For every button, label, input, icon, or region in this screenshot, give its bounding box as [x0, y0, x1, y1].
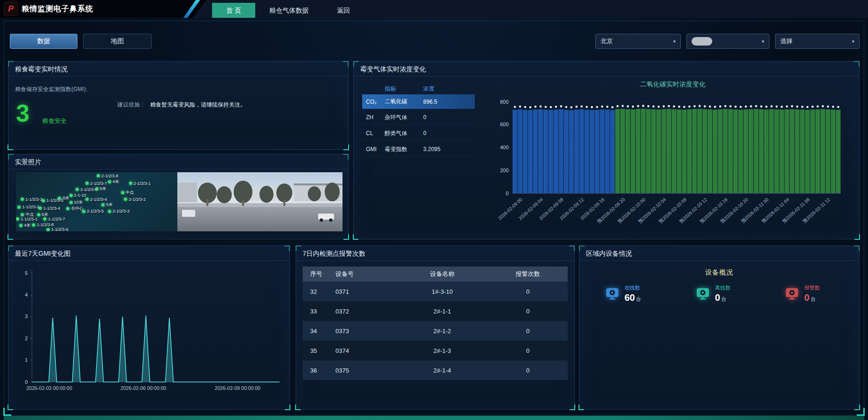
map-node[interactable]: 5米 — [101, 202, 113, 208]
map-node-dot — [85, 182, 89, 185]
map-node-dot — [21, 213, 24, 216]
map-node[interactable]: 2-1-10 — [69, 193, 86, 198]
stat-online: 在线数 60台 — [604, 284, 641, 303]
map-node[interactable]: 2-1/2/3-3 — [108, 209, 129, 214]
gmi-index-label: 粮食储存安全监测指数(GMI): — [15, 85, 95, 93]
city-select[interactable]: 北京 ▾ — [595, 34, 681, 49]
table-cell: 0374 — [335, 347, 396, 354]
map-node[interactable]: 10米 — [69, 199, 83, 206]
stat-label: 在线数 — [624, 284, 641, 291]
top-header: P 粮情监测电子鼻系统 首 页 粮仓气体数据 返回 — [0, 0, 868, 18]
svg-text:2026-02-06 00:00:00: 2026-02-06 00:00:00 — [121, 385, 167, 391]
map-node[interactable]: 2-1/2/3-4 — [85, 197, 107, 202]
map-node[interactable]: 1-1/2/3-6 — [46, 227, 68, 231]
table-cell: 0 — [488, 288, 568, 295]
stat-unit: 台 — [721, 296, 726, 302]
svg-text:1: 1 — [25, 357, 28, 363]
panel-title: 实景照片 — [8, 154, 348, 169]
table-cell: 2#-1-2 — [396, 328, 488, 335]
map-node[interactable]: 2-1/2/3-5 — [82, 209, 104, 214]
map-node[interactable]: 1-1/2/3-2 — [17, 205, 39, 209]
panel-title: 粮食霉变实时情况 — [8, 61, 348, 76]
tab-granary-gas-data[interactable]: 粮仓气体数据 — [255, 3, 323, 18]
panel-title: 霉变气体实时浓度变化 — [354, 61, 859, 76]
map-node[interactable]: 1-1/2/3-8 — [32, 222, 53, 227]
alarm-device-icon — [784, 285, 800, 302]
panel-title: 区域内设备情况 — [579, 246, 859, 261]
device-stats-row: 在线数 60台 离线数 0台 — [579, 284, 859, 303]
stat-offline: 离线数 0台 — [694, 284, 731, 303]
header-device-name: 设备名称 — [396, 270, 488, 278]
svg-text:3: 3 — [25, 313, 28, 319]
panel-alarm-table: 7日内检测点报警次数 序号 设备号 设备名称 报警次数 32 0371 1#-3… — [296, 245, 575, 410]
map-node-label: 仓中心 — [71, 206, 84, 212]
map-node[interactable]: 中点 — [121, 190, 134, 196]
table-row: 32 0371 1#-3-10 0 — [303, 282, 568, 301]
map-button[interactable]: 地图 — [83, 34, 152, 49]
map-node[interactable]: 1-1/2/3-4 — [38, 206, 60, 211]
map-node[interactable]: 1-1/2/3-5 — [42, 198, 63, 203]
map-node[interactable]: 2-1/2/3-7 — [85, 181, 107, 186]
panel-gmi-7day-chart: 最近7天GMI变化图 0123452026-02-03 00:00:002026… — [8, 245, 290, 410]
map-node-dot — [46, 228, 50, 231]
city-select-value: 北京 — [601, 37, 613, 46]
map-node[interactable]: 4米 — [19, 222, 30, 229]
panel-gas-concentration: 霉变气体实时浓度变化 指标 浓度 CO₂ 二氧化碳 896.5 ZH 杂环气体 … — [353, 61, 860, 239]
data-button[interactable]: 数据 — [10, 34, 77, 49]
svg-text:2026-02-03 00:00:00: 2026-02-03 00:00:00 — [26, 385, 72, 391]
svg-text:400: 400 — [500, 145, 509, 150]
map-node-label: 1-1/2/3-2 — [22, 205, 39, 209]
map-node-label: 1-1/2/3-1 — [21, 217, 38, 221]
map-node-label: 1-1/2/3-5 — [46, 198, 63, 203]
map-node-dot — [66, 207, 69, 210]
table-cell: 36 — [303, 367, 335, 374]
map-node[interactable]: 2-1/2/3-2 — [124, 197, 145, 202]
map-node[interactable]: 1-1/2/3-1 — [16, 217, 38, 221]
map-node[interactable]: 2-1/2/3-6 — [76, 187, 97, 192]
chevron-down-icon: ▾ — [852, 38, 854, 45]
panel-title: 7日内检测点报警次数 — [296, 246, 574, 261]
map-node[interactable]: 1-1/2/3-3 — [21, 197, 42, 202]
warehouse-select[interactable]: ▾ — [686, 34, 769, 49]
gas-metric-row-gmi[interactable]: GMI 霉变指数 3.2095 — [362, 142, 475, 157]
svg-text:4: 4 — [25, 292, 28, 298]
app-root: P 粮情监测电子鼻系统 首 页 粮仓气体数据 返回 数据 地图 北京 ▾ ▾ 选… — [0, 0, 868, 420]
map-node[interactable]: 4米 — [108, 179, 119, 185]
map-node-dot — [43, 217, 46, 221]
logo-glyph: P — [8, 4, 14, 14]
map-node[interactable]: 2-1/2/3-1 — [129, 181, 151, 186]
map-node[interactable]: 1-1/2/3-7 — [43, 217, 65, 221]
gas-metric-row-co2[interactable]: CO₂ 二氧化碳 896.5 — [362, 94, 475, 109]
map-node-dot — [101, 203, 105, 206]
gas-metric-row-zh[interactable]: ZH 杂环气体 0 — [362, 110, 475, 125]
map-node[interactable]: 仓中心 — [66, 206, 84, 212]
metric-value: 0 — [423, 130, 456, 137]
table-cell: 2#-1-3 — [396, 347, 488, 354]
gas-metric-row-cl[interactable]: CL 醇类气体 0 — [362, 126, 475, 141]
map-node-label: 10米 — [74, 199, 83, 206]
panel-title: 最近7天GMI变化图 — [8, 246, 289, 261]
table-cell: 34 — [303, 328, 335, 335]
map-node-label: 5米 — [100, 186, 107, 192]
map-node-dot — [82, 210, 85, 213]
map-node-label: 2-1/2/3-6 — [80, 187, 97, 192]
online-device-icon — [604, 285, 621, 302]
metric-name: 杂环气体 — [385, 114, 423, 122]
map-node-dot — [69, 201, 73, 204]
table-header-row: 序号 设备号 设备名称 报警次数 — [303, 267, 568, 282]
page-title: 粮情监测电子鼻系统 — [22, 0, 93, 18]
gas-metrics-table: 指标 浓度 CO₂ 二氧化碳 896.5 ZH 杂环气体 0 CL 醇类气体 0… — [362, 83, 475, 158]
table-cell: 0 — [488, 347, 568, 354]
choose-select[interactable]: 选择 ▾ — [775, 34, 860, 49]
map-node-label: 8米 — [62, 195, 69, 201]
header-concentration: 浓度 — [423, 83, 456, 94]
metric-code: CL — [362, 130, 385, 137]
svg-text:0: 0 — [506, 191, 509, 196]
select-thumbnail — [692, 37, 712, 46]
map-node-dot — [108, 180, 111, 183]
tab-back[interactable]: 返回 — [323, 3, 364, 18]
tab-home[interactable]: 首 页 — [212, 3, 255, 18]
map-node-dot — [32, 223, 35, 227]
svg-text:2: 2 — [25, 336, 28, 341]
map-node[interactable]: 2-1/2/3-8 — [97, 174, 118, 178]
